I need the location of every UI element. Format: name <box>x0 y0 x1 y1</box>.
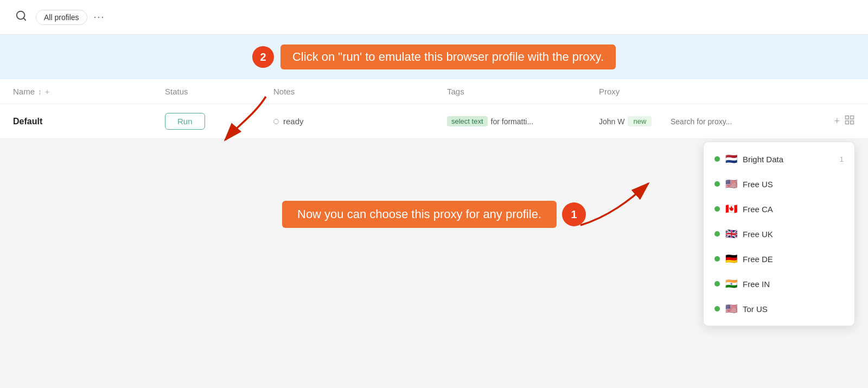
sort-icon[interactable]: ↕ <box>38 87 42 96</box>
proxy-name-freein: Free IN <box>743 279 844 289</box>
svg-rect-2 <box>846 116 849 119</box>
col-header-status: Status <box>165 87 273 96</box>
tag-new: new <box>628 116 652 126</box>
proxy-name-brightdata: Bright Data <box>743 155 834 164</box>
profile-name: Default <box>13 117 165 126</box>
profile-selector[interactable]: All profiles <box>36 10 87 25</box>
table-header: Name ↕ + Status Notes Tags Proxy <box>0 79 868 104</box>
more-options-button[interactable]: ··· <box>94 11 105 23</box>
col-header-notes: Notes <box>273 87 447 96</box>
proxy-flag-freeus: 🇺🇸 <box>725 178 737 190</box>
col-name-label: Name <box>13 87 35 96</box>
step-badge-2: 2 <box>252 46 274 68</box>
proxy-flag-freeuk: 🇬🇧 <box>725 228 737 240</box>
instruction-pill-2: 2 Click on "run' to emulate this browser… <box>252 44 616 69</box>
proxy-flag-brightdata: 🇳🇱 <box>725 153 737 165</box>
proxy-list-button[interactable] <box>844 115 855 128</box>
proxy-dropdown: 🇳🇱 Bright Data 1 🇺🇸 Free US 🇨🇦 Free CA <box>703 142 855 326</box>
svg-rect-4 <box>846 121 849 124</box>
search-button[interactable] <box>13 8 29 27</box>
main-table-area: Name ↕ + Status Notes Tags Proxy Default… <box>0 79 868 139</box>
proxy-item-freed[interactable]: 🇩🇪 Free DE <box>704 246 854 271</box>
proxy-name-freed: Free DE <box>743 255 844 264</box>
table-row: Default Run ready select text for format… <box>0 104 868 139</box>
tags-cell: John W new + 🇳🇱 <box>599 116 855 126</box>
notes-cell: select text for formatti... <box>447 116 599 126</box>
proxy-search-input[interactable] <box>671 117 828 126</box>
proxy-dot-torus <box>714 306 720 311</box>
col-header-tags: Tags <box>447 87 599 96</box>
top-bar: All profiles ··· <box>0 0 868 35</box>
proxy-name-freeca: Free CA <box>743 205 844 214</box>
col-header-name: Name ↕ + <box>13 87 165 96</box>
status-text: ready <box>283 117 304 126</box>
instruction-text-top: Click on "run' to emulate this browser p… <box>280 44 616 69</box>
instruction-text-bottom: Now you can choose this proxy for any pr… <box>282 201 557 228</box>
step-badge-1: 1 <box>562 202 586 226</box>
proxy-flag-freein: 🇮🇳 <box>725 278 737 290</box>
col-header-proxy: Proxy <box>599 87 855 96</box>
run-button[interactable]: Run <box>165 113 205 130</box>
proxy-name-freeus: Free US <box>743 180 844 189</box>
proxy-name-torus: Tor US <box>743 304 844 314</box>
proxy-item-freeuk[interactable]: 🇬🇧 Free UK <box>704 221 854 246</box>
run-cell: Run <box>165 113 273 130</box>
instruction-banner-top: 2 Click on "run' to emulate this browser… <box>0 35 868 79</box>
proxy-flag-freeca: 🇨🇦 <box>725 203 737 215</box>
tag-john: John W <box>599 117 624 126</box>
svg-line-1 <box>23 18 25 20</box>
status-indicator <box>273 119 279 124</box>
notes-rest: for formatti... <box>491 117 534 126</box>
proxy-actions: + <box>834 115 855 128</box>
proxy-dot-brightdata <box>714 156 720 162</box>
proxy-flag-torus: 🇺🇸 <box>725 303 737 315</box>
add-profile-icon[interactable]: + <box>45 87 49 96</box>
proxy-count-brightdata: 1 <box>840 155 844 163</box>
proxy-item-freein[interactable]: 🇮🇳 Free IN <box>704 271 854 296</box>
proxy-dot-freeuk <box>714 231 720 237</box>
svg-rect-3 <box>851 116 854 119</box>
notes-highlight: select text <box>447 116 488 126</box>
proxy-item-torus[interactable]: 🇺🇸 Tor US <box>704 296 854 321</box>
proxy-dot-freeus <box>714 181 720 187</box>
proxy-dot-freed <box>714 256 720 262</box>
proxy-item-freeus[interactable]: 🇺🇸 Free US <box>704 171 854 196</box>
proxy-name-freeuk: Free UK <box>743 230 844 239</box>
svg-rect-5 <box>851 121 854 124</box>
proxy-item-brightdata[interactable]: 🇳🇱 Bright Data 1 <box>704 147 854 171</box>
add-proxy-button[interactable]: + <box>834 116 840 127</box>
proxy-dot-freein <box>714 281 720 287</box>
instruction-banner-bottom: Now you can choose this proxy for any pr… <box>282 201 586 228</box>
proxy-item-freeca[interactable]: 🇨🇦 Free CA <box>704 196 854 221</box>
status-cell: ready <box>273 117 447 126</box>
proxy-dot-freeca <box>714 206 720 212</box>
proxy-cell: + 🇳🇱 Bright Data 1 <box>671 115 855 128</box>
proxy-flag-freed: 🇩🇪 <box>725 253 737 265</box>
